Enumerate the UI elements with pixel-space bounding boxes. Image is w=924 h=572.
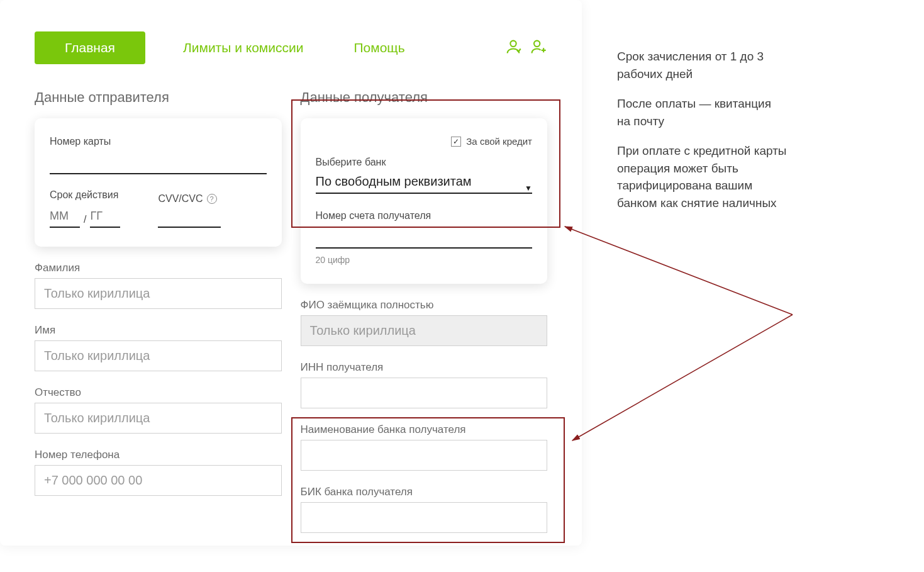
expiry-yy-input[interactable] xyxy=(90,207,120,228)
expiry-mm-input[interactable] xyxy=(50,207,80,228)
bik-label: БИК банка получателя xyxy=(301,486,548,498)
recipient-column: Данные получателя ✓ За свой кредит Выбер… xyxy=(301,89,548,533)
inn-label: ИНН получателя xyxy=(301,361,548,374)
side-note-3: При оплате с кредитной карты операция мо… xyxy=(617,142,787,211)
name-input[interactable] xyxy=(35,340,282,371)
phone-label: Номер телефона xyxy=(35,449,282,461)
patronymic-label: Отчество xyxy=(35,386,282,399)
svg-point-1 xyxy=(534,41,540,47)
account-input[interactable] xyxy=(316,228,533,249)
cvv-label: CVV/CVC xyxy=(158,193,203,205)
sender-column: Данные отправителя Номер карты Срок дейс… xyxy=(35,89,282,533)
expiry-separator: / xyxy=(84,214,86,225)
bank-select-value: По свободным реквизитам xyxy=(316,174,472,193)
nav-help-link[interactable]: Помощь xyxy=(353,40,404,55)
recipient-card-panel: ✓ За свой кредит Выберите банк По свобод… xyxy=(301,118,548,284)
main-panel: Главная Лимиты и комиссии Помощь Данные … xyxy=(0,0,582,546)
bik-input[interactable] xyxy=(301,502,548,533)
card-number-label: Номер карты xyxy=(50,136,267,147)
patronymic-input[interactable] xyxy=(35,403,282,434)
nav-home-button[interactable]: Главная xyxy=(35,31,145,64)
recipient-section-title: Данные получателя xyxy=(301,89,548,106)
register-icon[interactable] xyxy=(530,38,547,58)
fio-input xyxy=(301,315,548,346)
inn-input[interactable] xyxy=(301,378,548,408)
phone-input[interactable] xyxy=(35,465,282,496)
fio-label: ФИО заёмщика полностью xyxy=(301,299,548,311)
surname-input[interactable] xyxy=(35,278,282,309)
side-info: Срок зачисления от 1 до 3 рабочих дней П… xyxy=(582,0,806,546)
own-credit-checkbox[interactable]: ✓ xyxy=(451,137,461,147)
account-hint: 20 цифр xyxy=(316,255,533,265)
expiry-label: Срок действия xyxy=(50,189,120,201)
card-number-input[interactable] xyxy=(50,154,267,174)
login-icon[interactable] xyxy=(504,38,522,58)
account-label: Номер счета получателя xyxy=(316,210,533,222)
sender-card-panel: Номер карты Срок действия / xyxy=(35,118,282,247)
bank-name-label: Наименование банка получателя xyxy=(301,423,548,436)
name-label: Имя xyxy=(35,324,282,337)
cvv-help-icon[interactable]: ? xyxy=(207,194,217,204)
nav-limits-link[interactable]: Лимиты и комиссии xyxy=(183,40,304,55)
bank-select-label: Выберите банк xyxy=(316,157,533,168)
side-note-2: После оплаты — квитанция на почту xyxy=(617,95,787,130)
surname-label: Фамилия xyxy=(35,262,282,274)
sender-section-title: Данные отправителя xyxy=(35,89,282,106)
cvv-input[interactable] xyxy=(158,211,221,228)
nav-bar: Главная Лимиты и комиссии Помощь xyxy=(0,0,582,89)
side-note-1: Срок зачисления от 1 до 3 рабочих дней xyxy=(617,48,787,82)
bank-select[interactable]: По свободным реквизитам ▼ xyxy=(316,174,533,194)
bank-name-input[interactable] xyxy=(301,440,548,471)
own-credit-label: За свой кредит xyxy=(466,136,532,147)
dropdown-caret-icon: ▼ xyxy=(525,184,532,193)
svg-point-0 xyxy=(510,41,516,47)
